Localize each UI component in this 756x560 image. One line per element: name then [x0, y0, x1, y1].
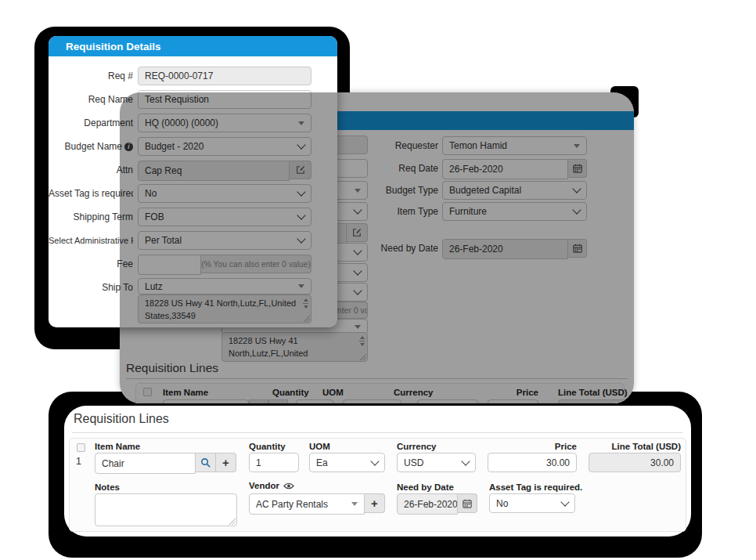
divider [72, 432, 683, 433]
item-name-label: Item Name [95, 442, 140, 452]
chevron-down-icon [560, 497, 569, 506]
currency-label: Currency [397, 442, 437, 452]
search-icon [200, 457, 211, 468]
vendor-label: Vendor [249, 481, 279, 491]
price-field[interactable]: 30.00 [488, 453, 577, 472]
line-row-number: 1 [76, 456, 81, 467]
budget-name-label-text: Budget Name [65, 141, 122, 152]
line-total-label: Line Total (USD) [587, 442, 681, 452]
currency-select[interactable]: USD [397, 453, 476, 472]
need-by-date-label: Need by Date [397, 482, 454, 493]
quantity-value: 1 [256, 457, 261, 468]
background-requisition-form: (% You can also enter 0 value) 18228 US … [120, 92, 634, 403]
vendor-add-button[interactable]: + [365, 493, 385, 513]
asset-tag-label: Asset Tag is required. [489, 482, 582, 493]
modal-backdrop-overlay [120, 92, 634, 403]
item-search-button[interactable] [196, 453, 216, 472]
uom-select[interactable]: Ea [309, 453, 385, 472]
req-number-value: REQ-0000-0717 [145, 70, 213, 81]
screenshot-canvas: (% You can also enter 0 value) 18228 US … [0, 0, 756, 560]
line-total-field: 30.00 [589, 453, 681, 472]
need-by-calendar-button[interactable] [458, 493, 477, 513]
notes-field[interactable] [95, 493, 237, 526]
requisition-lines-card: Requisition Lines 1 Item Name Quantity U… [64, 406, 691, 537]
plus-icon: + [371, 497, 378, 509]
currency-value: USD [404, 457, 423, 468]
plus-icon: + [222, 457, 229, 468]
item-add-button[interactable]: + [216, 453, 236, 472]
need-by-date-group: 26-Feb-2020 [397, 493, 477, 513]
price-value: 30.00 [546, 457, 570, 468]
price-label: Price [514, 442, 577, 452]
need-by-date-field[interactable]: 26-Feb-2020 [397, 493, 458, 515]
vendor-select[interactable]: AC Party Rentals [249, 493, 365, 515]
notes-label: Notes [95, 482, 120, 493]
req-number-field: REQ-0000-0717 [138, 67, 311, 85]
asset-tag-value: No [496, 498, 508, 509]
chevron-down-icon [370, 457, 379, 465]
dropdown-arrow-icon [351, 502, 358, 506]
req-number-label: Req # [49, 67, 133, 85]
line-total-value: 30.00 [650, 457, 674, 468]
item-name-group: Chair + [95, 453, 236, 472]
asset-tag-select[interactable]: No [489, 493, 575, 513]
line-row-checkbox[interactable] [77, 443, 85, 452]
item-name-field[interactable]: Chair [95, 453, 196, 474]
eye-icon[interactable] [283, 482, 294, 490]
quantity-label: Quantity [249, 442, 286, 452]
chevron-down-icon [461, 457, 470, 465]
modal-header: Requisition Details [49, 36, 337, 56]
lines-title: Requisition Lines [74, 412, 169, 426]
vendor-value: AC Party Rentals [256, 499, 328, 510]
uom-value: Ea [316, 457, 328, 468]
uom-label: UOM [309, 442, 330, 452]
need-by-date-value: 26-Feb-2020 [404, 499, 458, 510]
resize-handle-icon[interactable] [229, 518, 236, 525]
vendor-label-wrap: Vendor [249, 481, 294, 491]
quantity-field[interactable]: 1 [249, 453, 299, 472]
item-name-value: Chair [102, 458, 124, 469]
modal-title: Requisition Details [66, 41, 161, 52]
vendor-group: AC Party Rentals + [249, 493, 385, 513]
calendar-icon [463, 499, 472, 508]
